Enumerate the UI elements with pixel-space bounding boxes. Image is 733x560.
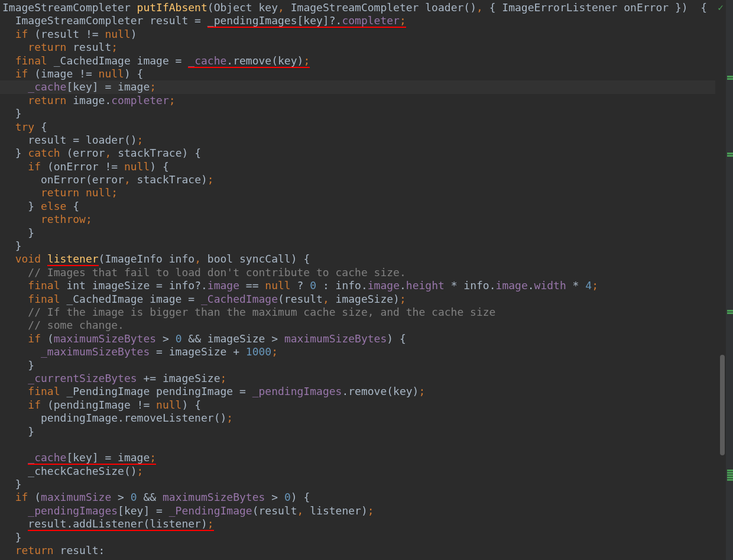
change-marker[interactable] bbox=[727, 470, 733, 471]
change-marker[interactable] bbox=[727, 78, 733, 80]
code-line[interactable]: final _PendingImage pendingImage = _pend… bbox=[0, 385, 715, 398]
code-line[interactable]: _cache[key] = image; bbox=[0, 451, 715, 464]
code-line[interactable]: if (image != null) { bbox=[0, 67, 715, 80]
code-line[interactable]: ImageStreamCompleter putIfAbsent(Object … bbox=[0, 1, 715, 14]
code-token: ( bbox=[34, 491, 41, 503]
code-token: ; bbox=[303, 54, 310, 67]
code-line[interactable]: result = loader(); bbox=[0, 134, 715, 147]
code-token: result bbox=[73, 41, 111, 53]
code-token: ; bbox=[271, 345, 278, 358]
code-token: (result != bbox=[34, 28, 105, 40]
change-marker[interactable] bbox=[727, 312, 733, 314]
change-marker[interactable] bbox=[727, 474, 733, 476]
code-line[interactable]: return result; bbox=[0, 41, 715, 54]
code-token: return bbox=[15, 544, 60, 556]
code-token: ; bbox=[220, 372, 226, 384]
code-token: , bbox=[105, 147, 118, 159]
code-token: > bbox=[156, 332, 176, 345]
code-line[interactable]: } catch (error, stackTrace) { bbox=[0, 147, 715, 160]
code-line[interactable]: onError(error, stackTrace); bbox=[0, 173, 715, 186]
code-token: * info. bbox=[445, 279, 496, 292]
code-line[interactable]: // Images that fail to load don't contri… bbox=[0, 266, 715, 279]
code-line[interactable]: pendingImage.removeListener(); bbox=[0, 412, 715, 425]
code-token: _PendingImage bbox=[169, 504, 252, 517]
code-line[interactable]: } bbox=[0, 531, 715, 544]
code-token: listener) bbox=[310, 504, 368, 517]
scrollbar-thumb[interactable] bbox=[720, 355, 725, 455]
code-line[interactable]: if (result != null) bbox=[0, 28, 715, 41]
code-line[interactable]: final int imageSize = info?.image == nul… bbox=[0, 279, 715, 292]
code-line[interactable]: return null; bbox=[0, 186, 715, 199]
code-token: > bbox=[111, 491, 131, 503]
change-marker[interactable] bbox=[727, 479, 733, 481]
code-token: > bbox=[265, 491, 284, 503]
change-marker[interactable] bbox=[727, 472, 733, 474]
code-token: maximumSizeBytes bbox=[284, 332, 387, 345]
code-token: ImageStreamCompleter result = bbox=[15, 14, 207, 27]
code-token: ImageStreamCompleter bbox=[2, 1, 137, 14]
code-token: ; bbox=[419, 385, 425, 397]
code-line[interactable]: } else { bbox=[0, 200, 715, 213]
code-token: { bbox=[41, 121, 47, 133]
code-line[interactable]: _cache[key] = image; bbox=[0, 80, 715, 93]
code-token: += imageSize bbox=[137, 372, 220, 384]
code-line[interactable]: if (maximumSizeBytes > 0 && imageSize > … bbox=[0, 332, 715, 345]
code-line[interactable]: } bbox=[0, 239, 715, 253]
code-token: final bbox=[28, 279, 66, 292]
change-marker[interactable] bbox=[727, 153, 733, 154]
code-token: } bbox=[28, 226, 34, 239]
code-token: ; bbox=[207, 517, 214, 530]
code-token: . bbox=[528, 279, 534, 292]
code-token: (pendingImage != bbox=[47, 399, 156, 411]
code-token: // Images that fail to load don't contri… bbox=[28, 266, 406, 279]
code-line[interactable]: if (pendingImage != null) { bbox=[0, 399, 715, 412]
code-editor[interactable]: ImageStreamCompleter putIfAbsent(Object … bbox=[0, 0, 715, 560]
code-line[interactable]: ImageStreamCompleter result = _pendingIm… bbox=[0, 14, 715, 27]
code-token: * bbox=[566, 279, 586, 292]
code-line[interactable]: void listener(ImageInfo info, bool syncC… bbox=[0, 253, 715, 266]
code-line[interactable]: } bbox=[0, 107, 715, 120]
code-token: ) { bbox=[150, 160, 169, 173]
code-line[interactable]: if (onError != null) { bbox=[0, 160, 715, 173]
code-line[interactable]: if (maximumSize > 0 && maximumSizeBytes … bbox=[0, 491, 715, 504]
code-token: stackTrace) { bbox=[118, 147, 201, 159]
code-token: . bbox=[400, 279, 406, 292]
code-line[interactable]: // If the image is bigger than the maxim… bbox=[0, 306, 715, 319]
code-token: == bbox=[239, 279, 265, 292]
code-line[interactable]: rethrow; bbox=[0, 213, 715, 226]
code-token: .remove(key) bbox=[342, 385, 419, 397]
code-line[interactable]: } bbox=[0, 478, 715, 491]
code-line[interactable]: final _CachedImage image = _CachedImage(… bbox=[0, 293, 715, 306]
code-line[interactable]: } bbox=[0, 359, 715, 372]
code-token: listener bbox=[47, 253, 99, 265]
code-line[interactable]: return image.completer; bbox=[0, 94, 715, 107]
code-line[interactable]: try { bbox=[0, 121, 715, 134]
code-token: = imageSize + bbox=[150, 345, 246, 358]
code-line[interactable]: // some change. bbox=[0, 319, 715, 332]
code-token: ? bbox=[297, 279, 310, 292]
code-token: } bbox=[15, 478, 22, 490]
change-marker[interactable] bbox=[727, 310, 733, 312]
code-token: : info. bbox=[323, 279, 368, 292]
code-line[interactable]: _pendingImages[key] = _PendingImage(resu… bbox=[0, 504, 715, 517]
change-marker[interactable] bbox=[727, 477, 733, 478]
change-marker[interactable] bbox=[727, 155, 733, 157]
code-line[interactable]: } bbox=[0, 226, 715, 239]
code-line[interactable]: final _CachedImage image = _cache.remove… bbox=[0, 54, 715, 67]
change-marker[interactable] bbox=[727, 76, 733, 77]
code-token: 0 bbox=[310, 279, 323, 292]
code-line[interactable]: return result: bbox=[0, 544, 715, 557]
code-line[interactable]: } bbox=[0, 425, 715, 438]
code-token: 0 bbox=[176, 332, 189, 345]
code-token: ) { bbox=[682, 1, 707, 14]
code-line[interactable]: result.addListener(listener); bbox=[0, 517, 715, 530]
code-line[interactable]: _checkCacheSize(); bbox=[0, 465, 715, 478]
code-line[interactable]: _currentSizeBytes += imageSize; bbox=[0, 372, 715, 385]
code-line[interactable]: _maximumSizeBytes = imageSize + 1000; bbox=[0, 345, 715, 358]
code-token: (result bbox=[278, 293, 323, 305]
code-token: } bbox=[15, 147, 28, 159]
code-token: ; bbox=[137, 134, 144, 146]
code-line[interactable] bbox=[0, 438, 715, 451]
code-token: maximumSizeBytes bbox=[163, 491, 265, 503]
code-token: completer bbox=[111, 94, 169, 106]
